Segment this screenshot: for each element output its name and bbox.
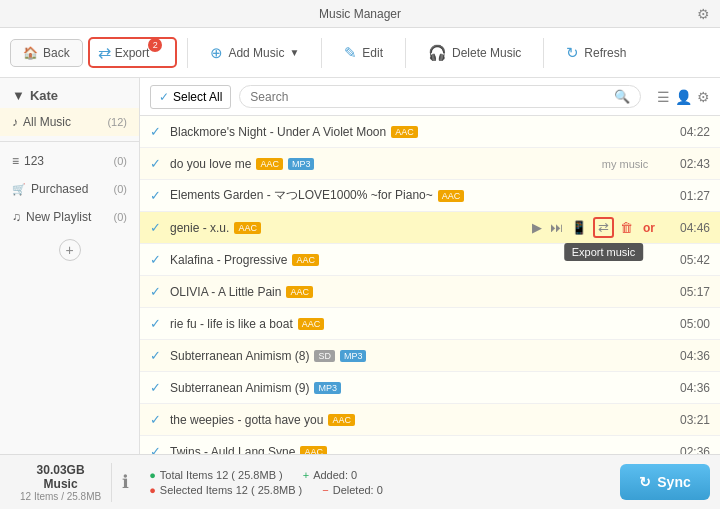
person-icon[interactable]: 👤 (675, 89, 692, 105)
app-title: Music Manager (319, 7, 401, 21)
sidebar-item-purchased[interactable]: 🛒 Purchased (0) (0, 175, 139, 203)
tag-mp3: MP3 (314, 382, 341, 394)
table-row: ✓ Subterranean Animism (8) SD MP3 04:36 (140, 340, 720, 372)
track-name: Twins - Auld Lang Syne AAC (170, 445, 585, 455)
content-area: ✓ Select All 🔍 ☰ 👤 ⚙ ✓ (140, 78, 720, 454)
storage-gb: 30.03GB (37, 463, 85, 477)
sidebar-item-all-music[interactable]: ♪ All Music (12) (0, 108, 139, 136)
green-dot: ● (149, 469, 156, 481)
status-details: ● Total Items 12 ( 25.8MB ) + Added: 0 ●… (139, 469, 610, 496)
track-checkbox[interactable]: ✓ (150, 348, 170, 363)
search-box[interactable]: 🔍 (239, 85, 641, 108)
deleted-count: − Deleted: 0 (322, 484, 383, 496)
track-duration: 05:00 (665, 317, 710, 331)
track-checkbox[interactable]: ✓ (150, 444, 170, 454)
total-items-label: Total Items 12 ( 25.8MB ) (160, 469, 283, 481)
sync-button[interactable]: ↻ Sync (620, 464, 710, 500)
info-icon: ℹ (122, 471, 129, 493)
list-icon: ≡ (12, 154, 19, 168)
track-name: Kalafina - Progressive AAC (170, 253, 585, 267)
added-count: + Added: 0 (303, 469, 357, 481)
sidebar-item-123[interactable]: ≡ 123 (0) (0, 147, 139, 175)
phone-icon[interactable]: 📱 (569, 218, 589, 237)
sidebar-user-header: ▼ Kate (0, 78, 139, 108)
track-name: the weepies - gotta have you AAC (170, 413, 585, 427)
total-items: ● Total Items 12 ( 25.8MB ) (149, 469, 283, 481)
track-checkbox[interactable]: ✓ (150, 220, 170, 235)
play-icon[interactable]: ▶ (530, 218, 544, 237)
home-icon: 🏠 (23, 46, 38, 60)
sidebar-123-count: (0) (114, 155, 127, 167)
table-row: ✓ rie fu - life is like a boat AAC 05:00 (140, 308, 720, 340)
add-playlist-button[interactable]: + (0, 231, 139, 269)
sidebar: ▼ Kate ♪ All Music (12) ≡ 123 (0) (0, 78, 140, 454)
edit-icon: ✎ (344, 44, 357, 62)
selected-items: ● Selected Items 12 ( 25.8MB ) (149, 484, 302, 496)
table-row: ✓ Subterranean Animism (9) MP3 04:36 (140, 372, 720, 404)
track-checkbox[interactable]: ✓ (150, 124, 170, 139)
tag-aac: AAC (286, 286, 313, 298)
tag-sd: SD (314, 350, 335, 362)
new-playlist-count: (0) (114, 211, 127, 223)
all-music-count: (12) (107, 116, 127, 128)
tag-aac: AAC (234, 222, 261, 234)
table-row: ✓ Elements Garden - マつLOVE1000% ~for Pia… (140, 180, 720, 212)
selected-items-label: Selected Items 12 ( 25.8MB ) (160, 484, 302, 496)
track-checkbox[interactable]: ✓ (150, 412, 170, 427)
separator4 (543, 38, 544, 68)
sync-icon: ↻ (639, 474, 651, 490)
search-input[interactable] (250, 90, 614, 104)
delete-track-icon[interactable]: 🗑 (618, 218, 635, 237)
track-checkbox[interactable]: ✓ (150, 284, 170, 299)
settings-icon[interactable]: ⚙ (697, 6, 710, 22)
export-action-container: ⇄ Export music (593, 220, 614, 235)
tag-mp3: MP3 (288, 158, 315, 170)
export-button[interactable]: ⇄ Export 2 (88, 37, 178, 68)
plus-icon: + (59, 239, 81, 261)
add-music-button[interactable]: ⊕ Add Music ▼ (198, 38, 311, 68)
refresh-button[interactable]: ↻ Refresh (554, 38, 638, 68)
export-icon: ⇄ (98, 43, 111, 62)
edit-button[interactable]: ✎ Edit (332, 38, 395, 68)
user-icon: ▼ (12, 88, 25, 103)
select-all-button[interactable]: ✓ Select All (150, 85, 231, 109)
track-checkbox[interactable]: ✓ (150, 380, 170, 395)
content-toolbar: ✓ Select All 🔍 ☰ 👤 ⚙ (140, 78, 720, 116)
dropdown-arrow: ▼ (289, 47, 299, 58)
delete-button[interactable]: 🎧 Delete Music (416, 38, 533, 68)
track-action-icons: ▶ ⏭ 📱 ⇄ Export music 🗑 (530, 218, 635, 237)
purchased-label: Purchased (31, 182, 88, 196)
track-name: Subterranean Animism (8) SD MP3 (170, 349, 585, 363)
track-name: Subterranean Animism (9) MP3 (170, 381, 585, 395)
track-duration: 04:22 (665, 125, 710, 139)
view-icons: ☰ 👤 ⚙ (657, 89, 710, 105)
red-dot: ● (149, 484, 156, 496)
added-label: Added: 0 (313, 469, 357, 481)
list-view-icon[interactable]: ☰ (657, 89, 670, 105)
track-name: OLIVIA - A Little Pain AAC (170, 285, 585, 299)
table-row: ✓ genie - x.u. AAC ▶ ⏭ 📱 ⇄ Export music (140, 212, 720, 244)
track-duration: 03:21 (665, 413, 710, 427)
sidebar-123-label: 123 (24, 154, 44, 168)
settings-view-icon[interactable]: ⚙ (697, 89, 710, 105)
sidebar-item-new-playlist[interactable]: ♫ New Playlist (0) (0, 203, 139, 231)
status-bar: 30.03GB Music 12 Items / 25.8MB ℹ ● Tota… (0, 454, 720, 509)
purchased-icon: 🛒 (12, 183, 26, 196)
track-duration: 04:36 (665, 349, 710, 363)
track-duration: 04:46 (665, 221, 710, 235)
add-music-icon: ⊕ (210, 44, 223, 62)
next-icon[interactable]: ⏭ (548, 218, 565, 237)
track-checkbox[interactable]: ✓ (150, 156, 170, 171)
export-track-icon[interactable]: ⇄ (593, 217, 614, 238)
export-badge: 2 (148, 38, 162, 52)
track-checkbox[interactable]: ✓ (150, 316, 170, 331)
track-checkbox[interactable]: ✓ (150, 188, 170, 203)
track-checkbox[interactable]: ✓ (150, 252, 170, 267)
track-name: do you love me AAC MP3 (170, 157, 585, 171)
back-button[interactable]: 🏠 Back (10, 39, 83, 67)
table-row: ✓ do you love me AAC MP3 my music 02:43 (140, 148, 720, 180)
track-duration: 05:17 (665, 285, 710, 299)
tag-aac: AAC (256, 158, 283, 170)
refresh-icon: ↻ (566, 44, 579, 62)
title-bar: Music Manager ⚙ (0, 0, 720, 28)
